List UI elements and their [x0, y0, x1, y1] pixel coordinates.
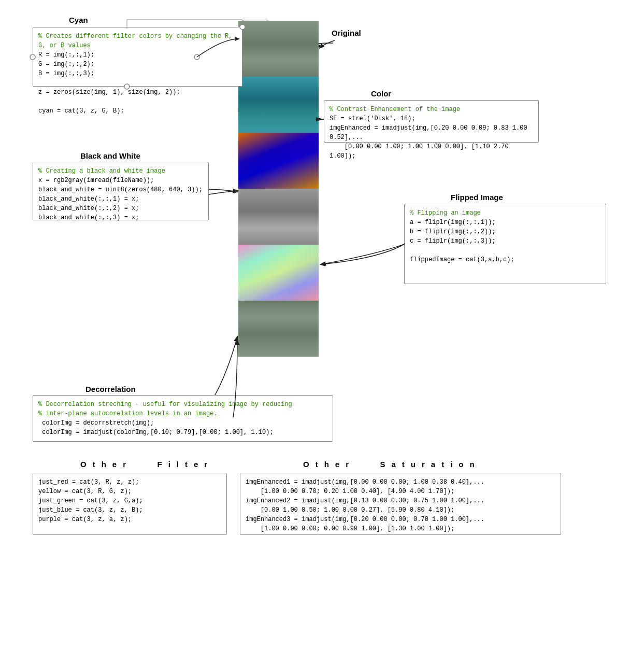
image-noise — [238, 245, 319, 301]
cyan-comment: % Creates different filter colors by cha… — [38, 33, 232, 49]
decorr-comment1: % Decorrelation streching - useful for v… — [38, 401, 292, 408]
image-strip — [238, 21, 319, 357]
color-title: Color — [371, 89, 391, 98]
cyan-title: Cyan — [69, 16, 88, 24]
color-comment: % Contrast Enhancement of the image — [330, 106, 460, 113]
other-saturation-title: Other Saturation — [303, 460, 481, 469]
connection-nodes — [0, 0, 644, 662]
flipped-comment: % Flipping an image — [410, 209, 481, 217]
image-bw — [238, 189, 319, 245]
decorrelation-code-box: % Decorrelation streching - useful for v… — [33, 395, 333, 442]
other-saturation-code-box: imgEnhanced1 = imadjust(img,[0.00 0.00 0… — [240, 473, 561, 535]
flipped-title: Flipped Image — [451, 193, 503, 202]
image-cyan — [238, 77, 319, 133]
other-filter-code-box: just_red = cat(3, R, z, z); yellow = cat… — [33, 473, 227, 535]
bw-comment: % Creating a black and white image — [38, 167, 165, 175]
page-container: Cyan % Creates different filter colors b… — [0, 0, 644, 662]
decorrelation-title: Decorrelation — [85, 385, 136, 393]
cyan-code-box: % Creates different filter colors by cha… — [33, 27, 242, 87]
image-color — [238, 133, 319, 189]
color-code-box: % Contrast Enhancement of the image SE =… — [324, 100, 539, 143]
bw-code-box: % Creating a black and white image x = r… — [33, 162, 209, 220]
other-filter-title: Other Filter — [80, 460, 213, 469]
bw-title: Black and White — [80, 151, 140, 160]
image-flipped — [238, 301, 319, 357]
flipped-code-box: % Flipping an image a = fliplr(img(:,:,1… — [404, 204, 606, 284]
decorr-comment2: % inter-plane autocorelation levels in a… — [38, 410, 218, 417]
original-title: Original — [332, 29, 361, 37]
image-original — [238, 21, 319, 77]
arrows-overlay — [0, 0, 644, 662]
